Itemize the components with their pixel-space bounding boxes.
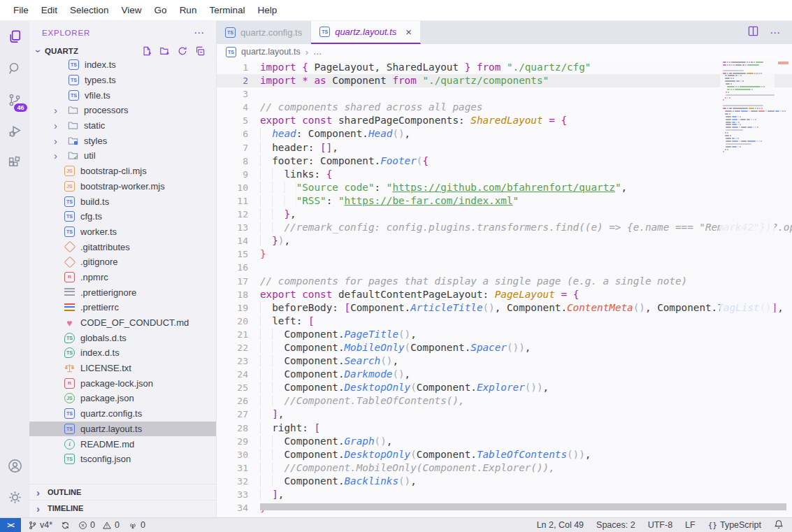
file-tree-item-util[interactable]: ›✓util (29, 148, 216, 164)
explorer-icon[interactable] (0, 21, 29, 52)
code-line-33[interactable]: 33 ], (217, 488, 792, 501)
project-section-header[interactable]: › QUARTZ (29, 45, 216, 57)
editor-more-actions-icon[interactable]: ⋯ (770, 27, 781, 39)
menu-edit[interactable]: Edit (35, 3, 64, 17)
code-line-11[interactable]: 11 "RSS": "https://be-far.com/index.xml" (217, 194, 792, 208)
code-line-27[interactable]: 27 ], (217, 408, 792, 421)
file-tree-item-processors[interactable]: ›processors (29, 103, 216, 118)
menu-help[interactable]: Help (251, 3, 283, 17)
menu-selection[interactable]: Selection (64, 3, 115, 17)
settings-gear-icon[interactable] (0, 482, 29, 513)
code-line-22[interactable]: 22 Component.MobileOnly(Component.Spacer… (217, 341, 792, 354)
code-editor[interactable]: 1import { PageLayout, SharedLayout } fro… (217, 59, 792, 517)
code-line-23[interactable]: 23 Component.Search(), (217, 354, 792, 368)
code-line-12[interactable]: 12 }, (217, 208, 792, 221)
code-line-14[interactable]: 14 }), (217, 234, 792, 247)
file-tree-item-tsconfig.json[interactable]: TStsconfig.json (29, 452, 216, 467)
code-line-24[interactable]: 24 Component.Darkmode(), (217, 368, 792, 381)
file-tree-item-quartz.config.ts[interactable]: TSquartz.config.ts (29, 406, 216, 422)
timeline-panel-header[interactable]: › TIMELINE (29, 500, 216, 516)
sidebar-more-actions[interactable]: ⋯ (194, 27, 205, 39)
file-tree-item-readme.md[interactable]: iREADME.md (29, 436, 216, 452)
file-tree-item-static[interactable]: ›static (29, 118, 216, 134)
outline-panel-header[interactable]: › OUTLINE (29, 484, 216, 500)
breadcrumb-symbol[interactable]: … (313, 47, 322, 57)
code-line-3[interactable]: 3 (217, 87, 792, 101)
sync-status[interactable] (61, 521, 70, 530)
code-line-32[interactable]: 32 Component.Backlinks(), (217, 475, 792, 488)
tab-quartz-config[interactable]: TS quartz.config.ts (217, 21, 311, 44)
menu-run[interactable]: Run (173, 3, 203, 17)
collapse-all-icon[interactable] (195, 46, 205, 56)
file-tree-item-.gitattributes[interactable]: .gitattributes (29, 239, 216, 254)
file-tree-item-license.txt[interactable]: LICENSE.txt (29, 361, 216, 376)
language-mode[interactable]: {} TypeScript (708, 520, 761, 530)
code-line-1[interactable]: 1import { PageLayout, SharedLayout } fro… (217, 61, 792, 74)
code-line-16[interactable]: 16 (217, 261, 792, 274)
problems-status[interactable]: 0 0 (78, 520, 120, 530)
feedback-status[interactable]: 0 (128, 520, 145, 530)
code-line-5[interactable]: 5export const sharedPageComponents: Shar… (217, 114, 792, 127)
cursor-position[interactable]: Ln 2, Col 49 (537, 520, 584, 530)
code-line-30[interactable]: 30 Component.DesktopOnly(Component.Table… (217, 448, 792, 461)
menu-go[interactable]: Go (148, 3, 173, 17)
run-debug-icon[interactable] (0, 115, 29, 147)
indentation-setting[interactable]: Spaces: 2 (596, 520, 635, 530)
breadcrumb[interactable]: TS quartz.layout.ts › … (217, 44, 792, 59)
file-tree-item-.prettierignore[interactable]: .prettierignore (29, 285, 216, 300)
code-line-31[interactable]: 31 //Component.MobileOnly(Component.Expl… (217, 461, 792, 475)
refresh-icon[interactable] (178, 46, 187, 56)
file-tree-item-code-of-conduct.md[interactable]: ♥CODE_OF_CONDUCT.md (29, 315, 216, 331)
code-line-25[interactable]: 25 Component.DesktopOnly(Component.Explo… (217, 381, 792, 394)
code-line-19[interactable]: 19 beforeBody: [Component.ArticleTitle()… (217, 301, 792, 315)
code-line-13[interactable]: 13 //remark_config: config.plugins.trans… (217, 221, 792, 234)
breadcrumb-file[interactable]: quartz.layout.ts (241, 47, 301, 57)
new-file-icon[interactable] (142, 46, 152, 56)
menu-file[interactable]: File (7, 3, 35, 17)
file-tree-item-types.ts[interactable]: TStypes.ts (29, 73, 216, 88)
file-tree-item-bootstrap-cli.mjs[interactable]: JSbootstrap-cli.mjs (29, 164, 216, 179)
accounts-icon[interactable] (0, 450, 29, 482)
menu-terminal[interactable]: Terminal (203, 3, 251, 17)
code-line-2[interactable]: 2import * as Component from "./quartz/co… (217, 74, 792, 87)
notifications-bell-icon[interactable] (774, 519, 784, 531)
code-line-6[interactable]: 6 head: Component.Head(), (217, 127, 792, 141)
code-line-7[interactable]: 7 header: [], (217, 141, 792, 154)
new-folder-icon[interactable] (159, 46, 170, 56)
code-line-29[interactable]: 29 Component.Graph(), (217, 435, 792, 448)
code-line-28[interactable]: 28 right: [ (217, 422, 792, 435)
file-tree-item-styles[interactable]: ›styles (29, 133, 216, 148)
file-tree-item-globals.d.ts[interactable]: TSglobals.d.ts (29, 330, 216, 345)
tab-quartz-layout[interactable]: TS quartz.layout.ts × (311, 21, 421, 44)
file-tree-item-.prettierrc[interactable]: .prettierrc (29, 300, 216, 315)
file-tree-item-worker.ts[interactable]: TSworker.ts (29, 224, 216, 240)
file-tree-item-package.json[interactable]: JSpackage.json (29, 391, 216, 406)
minimap[interactable] (720, 59, 775, 517)
code-line-18[interactable]: 18export const defaultContentPageLayout:… (217, 288, 792, 301)
file-tree-item-.gitignore[interactable]: .gitignore (29, 254, 216, 270)
code-line-17[interactable]: 17// components for pages that display a… (217, 275, 792, 288)
horizontal-scrollbar[interactable] (260, 503, 786, 510)
encoding-setting[interactable]: UTF-8 (648, 520, 672, 530)
file-tree-item-build.ts[interactable]: TSbuild.ts (29, 194, 216, 209)
file-tree-item-package-lock.json[interactable]: npackage-lock.json (29, 375, 216, 391)
file-tree-item-index.d.ts[interactable]: TSindex.d.ts (29, 345, 216, 361)
code-line-26[interactable]: 26 //Component.TableOfContents(), (217, 394, 792, 408)
source-control-icon[interactable]: 46 (0, 84, 29, 115)
file-tree-item-cfg.ts[interactable]: TScfg.ts (29, 209, 216, 224)
file-tree-item-quartz.layout.ts[interactable]: TSquartz.layout.ts (29, 422, 216, 437)
code-line-10[interactable]: 10 "Source code": "https://github.com/bf… (217, 181, 792, 194)
split-editor-icon[interactable] (748, 26, 758, 39)
code-line-15[interactable]: 15} (217, 247, 792, 261)
code-line-8[interactable]: 8 footer: Component.Footer({ (217, 154, 792, 168)
file-tree-item-.npmrc[interactable]: n.npmrc (29, 270, 216, 285)
file-tree-item-vfile.ts[interactable]: TSvfile.ts (29, 87, 216, 103)
file-tree-item-index.ts[interactable]: TSindex.ts (29, 57, 216, 73)
code-line-4[interactable]: 4// components shared across all pages (217, 101, 792, 114)
search-icon[interactable] (0, 52, 29, 84)
eol-setting[interactable]: LF (685, 520, 696, 530)
extensions-icon[interactable] (0, 147, 29, 178)
code-line-20[interactable]: 20 left: [ (217, 315, 792, 328)
code-line-9[interactable]: 9 links: { (217, 168, 792, 181)
code-line-21[interactable]: 21 Component.PageTitle(), (217, 328, 792, 341)
